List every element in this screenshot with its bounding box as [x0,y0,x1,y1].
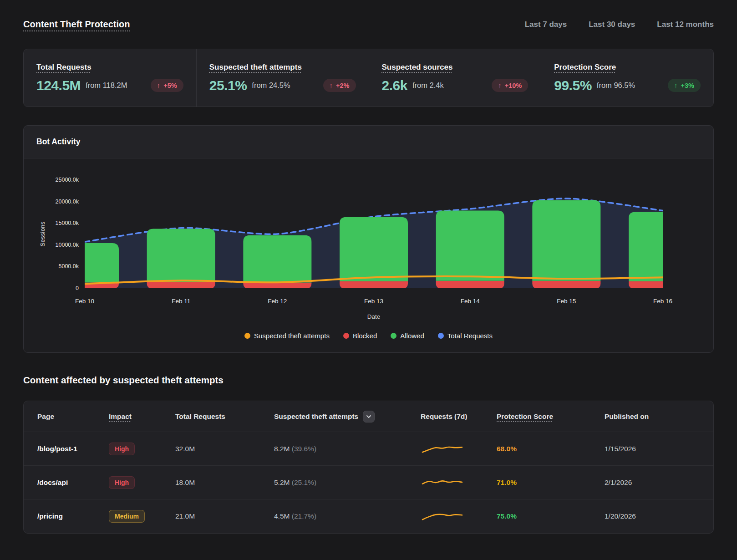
stat-card-1: Total Requests124.5Mfrom 118.2M↑+5% [24,49,196,107]
page-title[interactable]: Content Theft Protection [23,19,130,30]
trend-up-arrow-icon: ↑ [157,81,161,89]
table-header-row: PageImpactTotal RequestsSuspected theft … [24,401,713,432]
blocked-bar-Feb 14 [436,281,504,288]
legend-dot-icon [343,333,349,339]
x-axis: Feb 10Feb 11Feb 12Feb 13Feb 14Feb 15Feb … [85,298,663,307]
suspected-percent: (25.1%) [292,479,316,486]
column-header-total-requests: Total Requests [175,412,274,421]
impact-cell: Medium [109,510,175,523]
allowed-bar-Feb 13 [340,217,408,281]
column-dropdown-button[interactable] [363,411,375,423]
x-tick-Feb 15: Feb 15 [557,298,576,305]
stat-label[interactable]: Suspected sources [382,63,453,72]
stat-change-badge: ↑+2% [323,79,356,92]
legend-label: Total Requests [447,332,493,340]
chart-title: Bot Activity [36,137,701,147]
stat-change-value: +5% [163,82,177,89]
allowed-bar-Feb 16 [629,212,663,281]
column-header-label: Requests (7d) [421,412,468,421]
blocked-bar-Feb 11 [147,282,215,288]
top-bar: Content Theft Protection Last 7 daysLast… [23,0,714,30]
stat-line: 99.5%from 96.5%↑+3% [554,78,701,93]
total-requests-cell: 21.0M [175,512,274,520]
stat-label[interactable]: Suspected theft attempts [209,63,302,72]
legend-item-allowed[interactable]: Allowed [391,332,424,340]
x-tick-Feb 11: Feb 11 [172,298,190,305]
chart-legend: Suspected theft attemptsBlockedAllowedTo… [24,332,713,340]
blocked-bar-Feb 12 [243,283,311,288]
table-row--blog-post-1[interactable]: /blog/post-1High32.0M8.2M (39.6%)68.0%1/… [24,432,713,465]
requests-sparkline [421,477,464,489]
published-on-cell: 1/15/2026 [605,445,700,453]
published-on-cell: 2/1/2026 [605,479,700,487]
bars-group [85,200,663,288]
stat-value: 124.5M [36,78,81,93]
legend-item-suspected-theft-attempts[interactable]: Suspected theft attempts [244,332,330,340]
stat-previous-value: from 2.4k [412,81,444,90]
y-tick-10000.0k: 10000.0k [56,242,79,248]
table-row--pricing[interactable]: /pricingMedium21.0M4.5M (21.7%)75.0%1/20… [24,499,713,533]
stat-change-badge: ↑+5% [151,79,183,92]
suspected-value: 8.2M [274,445,292,453]
impact-cell: High [109,476,175,489]
time-range-option-2[interactable]: Last 30 days [589,20,635,29]
column-header-label: Page [37,412,54,421]
trend-up-arrow-icon: ↑ [330,81,333,89]
y-axis-title: Sessions [39,221,46,246]
stat-label[interactable]: Total Requests [36,63,91,72]
stat-change-badge: ↑+10% [492,79,528,92]
requests-7d-cell [421,510,497,522]
column-header-requests-7d-: Requests (7d) [421,412,497,421]
x-tick-Feb 13: Feb 13 [364,298,383,305]
stat-change-value: +2% [336,82,349,89]
suspected-percent: (39.6%) [292,445,316,453]
suspected-attempts-cell: 4.5M (21.7%) [274,512,421,520]
legend-dot-icon [244,333,250,339]
impact-badge: High [109,443,135,455]
y-tick-0: 0 [76,285,79,291]
column-header-protection-score[interactable]: Protection Score [497,412,605,421]
suspected-percent: (21.7%) [292,512,316,520]
protection-score-cell: 68.0% [497,445,605,453]
legend-label: Suspected theft attempts [254,332,330,340]
time-range-option-3[interactable]: Last 12 months [657,20,714,29]
bot-activity-chart[interactable] [85,176,663,292]
column-header-impact[interactable]: Impact [109,412,175,421]
column-header-label: Suspected theft attempts [274,412,358,421]
column-header-page: Page [37,412,109,421]
protection-score-cell: 71.0% [497,479,605,487]
trend-up-arrow-icon: ↑ [498,81,502,89]
column-header-published-on: Published on [605,412,700,421]
stat-value: 2.6k [382,78,407,93]
stat-change-badge: ↑+3% [668,79,701,92]
x-tick-Feb 14: Feb 14 [461,298,480,305]
chart-panel-header: Bot Activity [24,126,713,158]
impact-cell: High [109,443,175,455]
legend-item-blocked[interactable]: Blocked [343,332,377,340]
stat-line: 25.1%from 24.5%↑+2% [209,78,356,93]
blocked-bar-Feb 15 [532,281,600,288]
chevron-down-icon [366,414,371,419]
legend-item-total-requests[interactable]: Total Requests [438,332,493,340]
stat-card-2: Suspected theft attempts25.1%from 24.5%↑… [196,49,369,107]
stat-card-4: Protection Score99.5%from 96.5%↑+3% [541,49,713,107]
y-axis: Sessions 05000.0k10000.0k15000.0k20000.0… [24,176,85,292]
x-tick-Feb 16: Feb 16 [653,298,672,305]
legend-label: Blocked [353,332,377,340]
suspected-value: 4.5M [274,512,292,520]
x-tick-Feb 12: Feb 12 [268,298,287,305]
y-tick-20000.0k: 20000.0k [56,199,79,205]
stat-label[interactable]: Protection Score [554,63,616,72]
blocked-bar-Feb 16 [629,281,663,288]
stat-card-3: Suspected sources2.6kfrom 2.4k↑+10% [369,49,541,107]
allowed-bar-Feb 10 [85,243,119,283]
requests-7d-cell [421,443,497,455]
stat-change-value: +3% [681,82,694,89]
requests-sparkline [421,510,464,522]
x-tick-Feb 10: Feb 10 [75,298,94,305]
column-header-suspected-theft-attempts: Suspected theft attempts [274,411,421,423]
time-range-option-1[interactable]: Last 7 days [525,20,567,29]
table-row--docs-api[interactable]: /docs/apiHigh18.0M5.2M (25.1%)71.0%2/1/2… [24,465,713,499]
page-cell: /docs/api [37,479,109,487]
total-requests-cell: 32.0M [175,445,274,453]
